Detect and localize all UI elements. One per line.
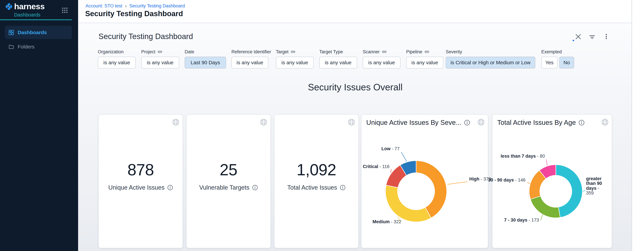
- app-root: harness Dashboards DashboardsFolders Acc…: [0, 0, 644, 251]
- filter-chip-project[interactable]: is any value: [141, 57, 179, 68]
- filter-chip-date[interactable]: Last 90 Days: [185, 57, 226, 68]
- pie-slice-7-30-days[interactable]: [530, 196, 560, 218]
- filter-label-text: Target: [276, 49, 288, 54]
- stat-card-unique-active-issues: 878Unique Active Issues: [98, 114, 183, 248]
- filter-label-text: Exempted: [541, 49, 562, 54]
- filter-pipeline: Pipelineis any value: [406, 49, 443, 68]
- filter-label: Severity: [446, 49, 535, 55]
- filter-target-type: Target Typeis any value: [319, 49, 357, 68]
- pie-slice-greater-than-90-days[interactable]: [556, 165, 582, 218]
- pie-label-less-than-7-days: less than 7 days - 80: [500, 154, 545, 159]
- filter-toggle: YesNo: [541, 57, 574, 68]
- filter-chip-target-type[interactable]: is any value: [319, 57, 357, 68]
- filter-target: Targetis any value: [276, 49, 314, 68]
- dashboard-title: Security Testing Dashboard: [98, 32, 193, 41]
- stat-card-vulnerable-targets: 25Vulnerable Targets: [186, 114, 271, 248]
- pie-label-30-90-days: 30 - 90 days - 146: [488, 178, 526, 182]
- globe-icon[interactable]: [260, 118, 267, 126]
- kebab-menu-icon[interactable]: [603, 33, 610, 40]
- link-icon: [158, 49, 162, 54]
- stat-label-text: Total Active Issues: [287, 184, 337, 191]
- close-icon[interactable]: [575, 33, 582, 40]
- info-icon[interactable]: [578, 120, 584, 126]
- harness-logo-icon: [5, 2, 13, 11]
- filter-chip-target[interactable]: is any value: [276, 57, 314, 68]
- filter-chip-severity[interactable]: is Critical or High or Medium or Low: [446, 57, 535, 68]
- filter-label-text: Project: [141, 49, 155, 54]
- filter-chip-pipeline[interactable]: is any value: [406, 57, 443, 68]
- section-title: Security Issues Overall: [98, 82, 612, 92]
- donut-card-unique-active-issues-by-seve: High - 370Medium - 322Critical - 116Low …: [361, 114, 488, 248]
- folder-icon: [8, 44, 14, 49]
- top-header: Account: STO test › Security Testing Das…: [78, 0, 632, 23]
- globe-icon[interactable]: [172, 118, 180, 126]
- stat-card-total-active-issues: 1,092Total Active Issues: [274, 114, 358, 248]
- link-icon: [382, 49, 387, 54]
- pie-label-high: High - 370: [469, 177, 491, 181]
- filter-chip-organization[interactable]: is any value: [98, 57, 136, 68]
- stat-label: Total Active Issues: [287, 184, 346, 191]
- stat-card-body: 878Unique Active Issues: [99, 161, 182, 191]
- link-icon: [424, 49, 430, 54]
- filter-label: Pipeline: [406, 49, 443, 55]
- globe-icon[interactable]: [477, 118, 485, 126]
- filter-label-text: Target Type: [319, 49, 343, 54]
- stat-card-body: 1,092Total Active Issues: [274, 161, 358, 191]
- info-icon[interactable]: [464, 120, 470, 126]
- pie-label-low: Low - 77: [382, 147, 400, 151]
- pie-label-greater-than-90-days: greater than 90 days - 359: [586, 176, 604, 195]
- stat-value: 1,092: [296, 161, 336, 179]
- filter-label: Project: [141, 49, 179, 55]
- donut-chart[interactable]: [362, 115, 488, 249]
- chart-title: Unique Active Issues By Seve...: [366, 119, 470, 126]
- sidebar-item-dashboards[interactable]: Dashboards: [5, 26, 72, 39]
- breadcrumb-account-link[interactable]: Account: STO test: [86, 3, 122, 8]
- chart-title-text: Unique Active Issues By Seve...: [366, 119, 461, 126]
- chart-title-text: Total Active Issues By Age: [497, 119, 576, 126]
- sidebar-divider: [0, 19, 72, 20]
- cursor-dot: [573, 40, 574, 41]
- label-connector: [583, 191, 586, 192]
- globe-icon[interactable]: [601, 118, 609, 126]
- filter-icon[interactable]: [589, 34, 596, 41]
- filter-date: DateLast 90 Days: [185, 49, 226, 68]
- label-connector: [527, 182, 530, 184]
- filter-chip-scanner[interactable]: is any value: [363, 57, 400, 68]
- filter-chip-exempted-yes[interactable]: Yes: [541, 57, 558, 68]
- filter-chip-exempted-no[interactable]: No: [559, 57, 574, 68]
- filter-chip-reference-identifier[interactable]: is any value: [232, 57, 268, 68]
- label-connector: [546, 160, 547, 166]
- info-icon[interactable]: [167, 185, 173, 191]
- label-connector: [541, 214, 543, 220]
- stat-value: 25: [220, 161, 237, 179]
- filter-label-text: Severity: [446, 49, 462, 54]
- pie-label-medium: Medium - 322: [372, 220, 401, 224]
- stat-label: Unique Active Issues: [108, 184, 173, 191]
- globe-icon[interactable]: [348, 118, 355, 126]
- filter-label: Reference Identifier: [232, 49, 271, 55]
- right-scroll-gutter[interactable]: [632, 0, 644, 251]
- filter-organization: Organizationis any value: [98, 49, 136, 68]
- filter-reference-identifier: Reference Identifieris any value: [232, 49, 271, 68]
- info-icon[interactable]: [340, 185, 346, 191]
- breadcrumb-page-link[interactable]: Security Testing Dashboard: [130, 3, 185, 8]
- info-icon[interactable]: [252, 185, 258, 191]
- label-connector: [391, 169, 391, 173]
- stat-label-text: Vulnerable Targets: [199, 184, 249, 191]
- stat-label-text: Unique Active Issues: [108, 184, 164, 191]
- pie-label-critical: Critical - 116: [363, 164, 390, 169]
- filter-label: Exempted: [541, 49, 574, 55]
- stat-value: 878: [128, 161, 154, 179]
- filter-label: Date: [185, 49, 226, 55]
- dashboard-content: Security Testing Dashboard Organizationi…: [78, 24, 632, 251]
- sidebar-item-label: Folders: [18, 44, 34, 50]
- filter-label: Target: [276, 49, 314, 55]
- apps-grid-icon[interactable]: [62, 7, 68, 13]
- pie-slice-medium[interactable]: [386, 185, 431, 222]
- filter-severity: Severityis Critical or High or Medium or…: [446, 49, 535, 68]
- chart-title: Total Active Issues By Age: [497, 119, 584, 126]
- sidebar-item-folders[interactable]: Folders: [5, 41, 72, 52]
- module-label: Dashboards: [14, 12, 40, 18]
- filter-label: Target Type: [319, 49, 357, 55]
- stat-card-body: 25Vulnerable Targets: [187, 161, 270, 191]
